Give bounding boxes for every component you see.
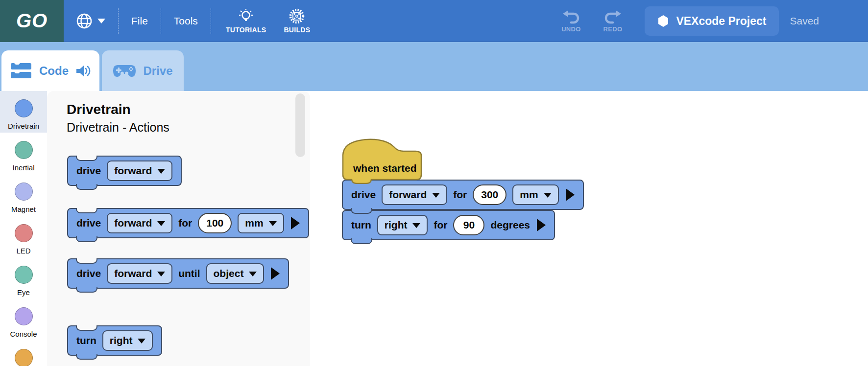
sidebar-item-inertial[interactable]: Inertial xyxy=(0,133,47,174)
chevron-down-icon xyxy=(97,19,105,27)
vex-go-logo: GO xyxy=(0,0,64,42)
script-block-drive-for[interactable]: drive forward for 300 mm xyxy=(342,180,584,210)
direction-dropdown[interactable]: forward xyxy=(382,184,447,205)
tab-code[interactable]: Code xyxy=(1,50,99,91)
direction-dropdown[interactable]: forward xyxy=(107,213,172,233)
undo-button[interactable]: UNDO xyxy=(561,10,580,33)
distance-input[interactable]: 300 xyxy=(473,184,506,205)
unit-dropdown[interactable]: mm xyxy=(238,213,284,233)
speaker-icon[interactable] xyxy=(75,64,91,78)
palette-block-drive[interactable]: drive forward xyxy=(67,156,182,186)
code-blocks-icon xyxy=(10,62,32,80)
sidebar-item-drivetrain[interactable]: Drivetrain xyxy=(0,91,47,133)
hat-block-shape xyxy=(342,138,422,184)
globe-icon xyxy=(75,12,93,30)
sidebar-item-magnet[interactable]: Magnet xyxy=(0,174,47,216)
tab-code-label: Code xyxy=(39,64,69,78)
distance-input[interactable]: 100 xyxy=(198,213,232,233)
redo-label: REDO xyxy=(603,25,623,33)
chevron-down-icon xyxy=(157,221,165,230)
chevron-down-icon xyxy=(249,272,257,280)
led-category-icon xyxy=(15,224,33,242)
magnet-category-icon xyxy=(15,183,33,201)
redo-icon xyxy=(603,10,622,24)
palette-block-drive-until[interactable]: drive forward until object xyxy=(67,258,289,289)
palette-block-drive-for[interactable]: drive forward for 100 mm xyxy=(67,208,309,238)
direction-dropdown[interactable]: forward xyxy=(107,263,172,284)
chevron-down-icon xyxy=(432,193,440,202)
category-sidebar: Drivetrain Inertial Magnet LED Eye Conso… xyxy=(0,91,47,366)
chevron-down-icon xyxy=(269,221,277,230)
top-menu-bar: GO File Tools TUTORIALS xyxy=(0,0,868,42)
sidebar-item-partial[interactable] xyxy=(0,341,47,366)
chevron-down-icon xyxy=(412,223,420,232)
eye-category-icon xyxy=(15,266,33,284)
lightbulb-icon xyxy=(238,8,254,24)
tutorials-button[interactable]: TUTORIALS xyxy=(226,8,266,34)
logo-text: GO xyxy=(16,10,48,32)
hat-label: when started xyxy=(353,162,417,174)
undo-icon xyxy=(562,10,580,24)
when-started-block[interactable]: when started xyxy=(342,138,422,184)
palette-scrollbar[interactable] xyxy=(295,93,305,157)
inertial-category-icon xyxy=(15,141,33,159)
chevron-down-icon xyxy=(544,193,552,202)
chevron-down-icon xyxy=(138,339,145,347)
menu-divider xyxy=(118,8,119,34)
project-name: VEXcode Project xyxy=(676,15,766,28)
palette-section-label: Drivetrain - Actions xyxy=(67,120,169,135)
save-status: Saved xyxy=(790,15,819,27)
tab-drive-label: Drive xyxy=(143,64,172,78)
object-dropdown[interactable]: object xyxy=(206,263,265,284)
builds-label: BUILDS xyxy=(284,26,310,34)
console-category-icon xyxy=(15,307,33,325)
turn-direction-dropdown[interactable]: right xyxy=(377,215,428,235)
palette-block-turn[interactable]: turn right xyxy=(67,325,162,356)
block-palette: Drivetrain Drivetrain - Actions drive fo… xyxy=(47,91,310,366)
hexagon-icon xyxy=(657,15,669,27)
redo-button[interactable]: REDO xyxy=(603,10,623,33)
direction-dropdown[interactable]: forward xyxy=(107,160,172,181)
sidebar-item-eye[interactable]: Eye xyxy=(0,257,47,299)
sound-category-icon xyxy=(15,349,33,366)
menu-divider xyxy=(161,8,161,34)
script-block-turn-for[interactable]: turn right for 90 degrees xyxy=(342,210,555,240)
menu-divider xyxy=(211,8,211,34)
unit-dropdown[interactable]: mm xyxy=(512,184,558,205)
drivetrain-category-icon xyxy=(15,99,33,117)
gamepad-icon xyxy=(113,63,136,79)
mode-tab-bar: Code Drive xyxy=(0,42,868,91)
tools-menu[interactable]: Tools xyxy=(174,15,198,27)
file-menu[interactable]: File xyxy=(131,15,148,27)
workspace: Drivetrain Inertial Magnet LED Eye Conso… xyxy=(0,91,868,366)
expand-arrow-icon[interactable] xyxy=(271,267,280,280)
chevron-down-icon xyxy=(157,272,165,280)
builds-button[interactable]: BUILDS xyxy=(284,8,310,34)
expand-arrow-icon[interactable] xyxy=(566,188,575,201)
expand-arrow-icon[interactable] xyxy=(291,217,300,229)
gear-icon xyxy=(289,8,305,24)
sidebar-item-console[interactable]: Console xyxy=(0,299,47,341)
undo-label: UNDO xyxy=(561,25,580,33)
chevron-down-icon xyxy=(157,169,165,178)
turn-direction-dropdown[interactable]: right xyxy=(102,330,153,351)
angle-input[interactable]: 90 xyxy=(453,215,484,235)
project-name-button[interactable]: VEXcode Project xyxy=(645,6,779,36)
palette-title: Drivetrain xyxy=(67,102,131,117)
sidebar-item-led[interactable]: LED xyxy=(0,216,47,257)
tab-drive[interactable]: Drive xyxy=(102,50,184,91)
tutorials-label: TUTORIALS xyxy=(226,26,266,34)
programming-canvas[interactable]: when started drive forward for 300 mm xyxy=(310,91,868,366)
expand-arrow-icon[interactable] xyxy=(537,219,546,231)
language-menu[interactable] xyxy=(75,12,105,30)
